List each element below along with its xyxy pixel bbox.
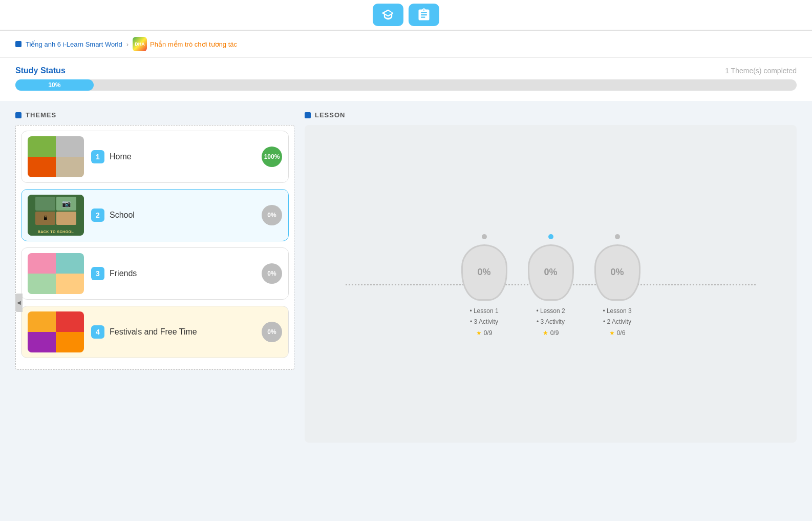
theme-card-home[interactable]: 1 Home 100% xyxy=(21,131,289,183)
themes-panel: THEMES ◀ 1 Home 100% xyxy=(15,111,294,443)
lesson-panel: LESSON 0% • Lesson 1 • 3 Activity ★ xyxy=(305,111,797,443)
theme-info-festivals: 4 Festivals and Free Time 0% xyxy=(84,322,282,342)
lesson-activity-1: • 3 Activity xyxy=(469,317,498,328)
study-status-title: Study Status xyxy=(15,66,66,75)
theme-img-friends-1 xyxy=(28,253,56,274)
themes-section-dot xyxy=(15,112,22,118)
theme-name-home: Home xyxy=(110,152,132,161)
theme-img-friends-2 xyxy=(56,253,84,274)
lesson-star-1: ★ xyxy=(476,328,482,339)
theme-img-fest-4 xyxy=(56,332,84,352)
theme-name-school: School xyxy=(110,211,135,220)
lesson-label-3: • Lesson 3 xyxy=(603,306,631,317)
lesson-percent-2: 0% xyxy=(544,267,557,278)
breadcrumb-link-2[interactable]: Phần mềm trò chơi tương tác xyxy=(150,40,237,48)
study-status-area: Study Status 1 Theme(s) completed 10% xyxy=(0,58,812,101)
themes-list: 1 Home 100% 📷 🖩 BACK TO SCHOOL xyxy=(15,125,294,370)
theme-image-festivals xyxy=(28,311,84,352)
lesson-dot-top-2 xyxy=(548,234,553,239)
lesson-percent-1: 0% xyxy=(477,267,490,278)
lesson-score-1: ★ 0/9 xyxy=(469,328,498,339)
themes-section-title: THEMES xyxy=(26,111,56,119)
theme-name-festivals: Festivals and Free Time xyxy=(110,327,197,337)
theme-img-home-2 xyxy=(56,136,84,157)
theme-name-friends: Friends xyxy=(110,269,137,278)
theme-number-festivals: 4 xyxy=(91,325,104,339)
lesson-info-2: • Lesson 2 • 3 Activity ★ 0/9 xyxy=(536,306,565,339)
theme-info-school: 2 School 0% xyxy=(84,205,282,225)
breadcrumb-dot xyxy=(15,41,22,47)
theme-image-home xyxy=(28,136,84,177)
theme-img-fest-1 xyxy=(28,311,56,332)
lesson-node-1[interactable]: 0% • Lesson 1 • 3 Activity ★ 0/9 xyxy=(461,229,507,339)
main-content: THEMES ◀ 1 Home 100% xyxy=(0,101,812,453)
theme-percent-friends: 0% xyxy=(262,263,282,284)
theme-card-school[interactable]: 📷 🖩 BACK TO SCHOOL 2 School 0% xyxy=(21,189,289,241)
lesson-score-3: ★ 0/6 xyxy=(603,328,631,339)
lesson-score-value-3: 0/6 xyxy=(617,328,626,339)
theme-img-friends-4 xyxy=(56,274,84,294)
theme-img-home-4 xyxy=(56,157,84,177)
lesson-section-header: LESSON xyxy=(305,111,797,119)
lesson-star-3: ★ xyxy=(609,328,615,339)
lesson-percent-3: 0% xyxy=(610,267,624,278)
themes-scroll-left[interactable]: ◀ xyxy=(15,294,23,312)
progress-bar-fill: 10% xyxy=(15,79,94,91)
lesson-node-3[interactable]: 0% • Lesson 3 • 2 Activity ★ 0/6 xyxy=(594,229,640,339)
lesson-info-1: • Lesson 1 • 3 Activity ★ 0/9 xyxy=(469,306,498,339)
lesson-dot-top-3 xyxy=(615,234,620,239)
theme-info-home: 1 Home 100% xyxy=(84,147,282,167)
theme-card-festivals[interactable]: 4 Festivals and Free Time 0% xyxy=(21,306,289,358)
lesson-activity-2: • 3 Activity xyxy=(536,317,565,328)
breadcrumb-link-1[interactable]: Tiếng anh 6 i-Learn Smart World xyxy=(26,40,122,48)
theme-percent-festivals: 0% xyxy=(262,322,282,342)
lesson-node-2[interactable]: 0% • Lesson 2 • 3 Activity ★ 0/9 xyxy=(528,229,574,339)
lesson-label-1: • Lesson 1 xyxy=(469,306,498,317)
lessons-row: 0% • Lesson 1 • 3 Activity ★ 0/9 xyxy=(441,219,661,349)
lesson-star-2: ★ xyxy=(543,328,548,339)
theme-card-friends[interactable]: 3 Friends 0% xyxy=(21,247,289,300)
lesson-section-title: LESSON xyxy=(315,111,345,119)
lesson-dot-top-1 xyxy=(482,234,487,239)
lesson-score-value-1: 0/9 xyxy=(484,328,493,339)
lesson-activity-3: • 2 Activity xyxy=(603,317,631,328)
themes-completed: 1 Theme(s) completed xyxy=(725,67,797,75)
lesson-score-value-2: 0/9 xyxy=(550,328,559,339)
theme-img-fest-3 xyxy=(28,332,56,352)
lesson-area: 0% • Lesson 1 • 3 Activity ★ 0/9 xyxy=(305,125,797,443)
theme-img-fest-2 xyxy=(56,311,84,332)
lesson-section-dot xyxy=(305,112,311,118)
lesson-label-2: • Lesson 2 xyxy=(536,306,565,317)
clipboard-button[interactable] xyxy=(409,4,439,26)
progress-bar-bg: 10% xyxy=(15,79,797,91)
dha-logo: DHA xyxy=(133,37,147,51)
lesson-info-3: • Lesson 3 • 2 Activity ★ 0/6 xyxy=(603,306,631,339)
lesson-bubble-2[interactable]: 0% xyxy=(528,244,574,301)
lesson-bubble-3[interactable]: 0% xyxy=(594,244,640,301)
top-bar xyxy=(0,0,812,31)
theme-image-friends xyxy=(28,253,84,294)
themes-section-header: THEMES xyxy=(15,111,294,119)
theme-image-school: 📷 🖩 BACK TO SCHOOL xyxy=(28,195,84,236)
progress-percent-label: 10% xyxy=(48,81,60,89)
theme-number-school: 2 xyxy=(91,209,104,222)
theme-img-friends-3 xyxy=(28,274,56,294)
breadcrumb-separator: › xyxy=(126,40,129,48)
theme-percent-school: 0% xyxy=(262,205,282,225)
theme-img-home-3 xyxy=(28,157,56,177)
theme-percent-home: 100% xyxy=(262,147,282,167)
study-button[interactable] xyxy=(373,4,403,26)
theme-info-friends: 3 Friends 0% xyxy=(84,263,282,284)
theme-number-friends: 3 xyxy=(91,267,104,280)
lesson-score-2: ★ 0/9 xyxy=(536,328,565,339)
theme-img-home-1 xyxy=(28,136,56,157)
theme-number-home: 1 xyxy=(91,150,104,163)
lesson-bubble-1[interactable]: 0% xyxy=(461,244,507,301)
breadcrumb: Tiếng anh 6 i-Learn Smart World › DHA Ph… xyxy=(0,31,812,58)
